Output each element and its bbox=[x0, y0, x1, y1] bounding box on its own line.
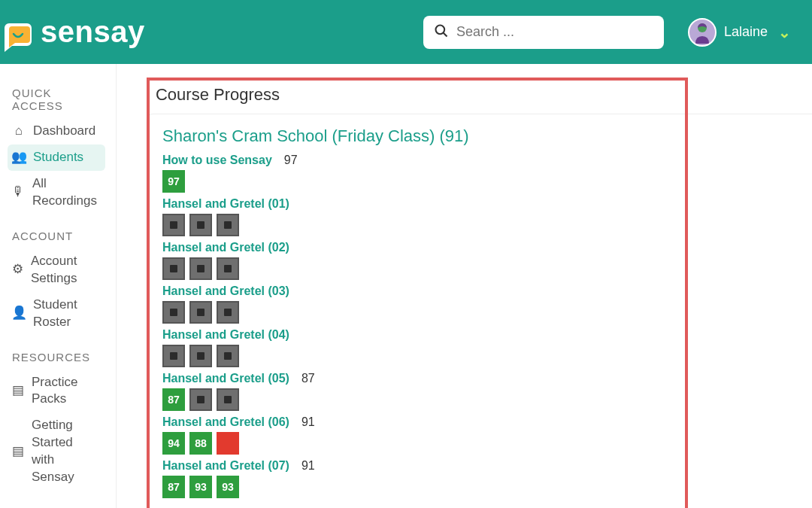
stop-icon bbox=[224, 265, 232, 272]
nav-all-recordings[interactable]: 🎙All Recordings bbox=[8, 171, 105, 214]
nav-label: Getting Started with Sensay bbox=[32, 417, 98, 486]
nav-account-settings[interactable]: ⚙Account Settings bbox=[8, 248, 105, 292]
home-icon: ⌂ bbox=[12, 123, 26, 140]
lesson-row: Hansel and Gretel (07)91879393 bbox=[162, 459, 812, 498]
book-icon: ▤ bbox=[12, 443, 24, 461]
tile-row: 879393 bbox=[162, 476, 812, 498]
nav-students[interactable]: 👥Students bbox=[8, 144, 105, 171]
score-tile-grey[interactable] bbox=[162, 257, 185, 280]
section-title: ACCOUNT bbox=[12, 230, 105, 242]
nav-practice-packs[interactable]: ▤Practice Packs bbox=[8, 370, 105, 413]
lesson-score: 91 bbox=[301, 415, 315, 429]
score-tile-grey[interactable] bbox=[217, 214, 239, 236]
stop-icon bbox=[224, 221, 232, 229]
score-tile-grey[interactable] bbox=[162, 345, 185, 367]
sidebar: QUICK ACCESS⌂Dashboard👥Students🎙All Reco… bbox=[0, 64, 117, 508]
brand-name: sensay bbox=[41, 15, 145, 49]
score-tile-green[interactable]: 97 bbox=[162, 170, 185, 193]
score-tile-green[interactable]: 93 bbox=[217, 476, 239, 498]
score-tile-grey[interactable] bbox=[217, 301, 239, 324]
score-tile-grey[interactable] bbox=[189, 388, 212, 411]
score-tile-grey[interactable] bbox=[189, 214, 212, 236]
nav-label: Dashboard bbox=[33, 123, 95, 140]
lesson-row: Hansel and Gretel (06)919488 bbox=[162, 415, 812, 455]
section-title: RESOURCES bbox=[12, 351, 105, 364]
stop-icon bbox=[170, 352, 177, 360]
nav-dashboard[interactable]: ⌂Dashboard bbox=[8, 118, 105, 144]
book-icon: ▤ bbox=[12, 382, 24, 400]
stop-icon bbox=[197, 265, 205, 272]
top-header: sensay Lalaine ⌄ bbox=[0, 0, 812, 64]
main-content: Course Progress Sharon's Cram School (Fr… bbox=[117, 64, 812, 508]
score-tile-red[interactable] bbox=[217, 432, 239, 455]
search-input[interactable] bbox=[456, 24, 653, 40]
progress-card: Sharon's Cram School (Friday Class) (91)… bbox=[147, 114, 812, 508]
lesson-score: 91 bbox=[301, 459, 315, 473]
tile-row bbox=[162, 301, 812, 324]
stop-icon bbox=[224, 352, 232, 360]
score-tile-green[interactable]: 87 bbox=[162, 476, 185, 498]
score-tile-grey[interactable] bbox=[162, 214, 185, 236]
score-tile-grey[interactable] bbox=[217, 345, 239, 367]
search-box[interactable] bbox=[423, 16, 664, 49]
score-tile-green[interactable]: 87 bbox=[162, 388, 185, 411]
score-tile-grey[interactable] bbox=[189, 257, 212, 280]
nav-student-roster[interactable]: 👤Student Roster bbox=[8, 292, 105, 336]
tile-row: 9488 bbox=[162, 432, 812, 455]
tile-row bbox=[162, 345, 812, 367]
mic-icon: 🎙 bbox=[12, 184, 25, 201]
class-title-link[interactable]: Sharon's Cram School (Friday Class) (91) bbox=[162, 126, 812, 146]
roster-icon: 👤 bbox=[12, 305, 26, 322]
score-tile-grey[interactable] bbox=[217, 388, 239, 411]
lesson-link[interactable]: How to use Sensay bbox=[162, 154, 272, 167]
gear-icon: ⚙ bbox=[12, 261, 23, 278]
stop-icon bbox=[224, 309, 232, 316]
search-icon bbox=[434, 23, 449, 41]
nav-label: Practice Packs bbox=[32, 374, 98, 409]
nav-label: Account Settings bbox=[31, 253, 98, 287]
logo-icon bbox=[0, 19, 36, 55]
lesson-link[interactable]: Hansel and Gretel (07) bbox=[162, 459, 289, 473]
lesson-link[interactable]: Hansel and Gretel (06) bbox=[162, 415, 289, 429]
stop-icon bbox=[170, 309, 177, 316]
lesson-link[interactable]: Hansel and Gretel (04) bbox=[162, 328, 289, 342]
user-name: Lalaine bbox=[724, 24, 768, 40]
avatar bbox=[688, 18, 717, 47]
lesson-row: Hansel and Gretel (02) bbox=[162, 241, 812, 280]
score-tile-green[interactable]: 94 bbox=[162, 432, 185, 455]
nav-label: Student Roster bbox=[33, 297, 98, 331]
lesson-row: Hansel and Gretel (04) bbox=[162, 328, 812, 367]
tile-row: 97 bbox=[162, 170, 812, 193]
stop-icon bbox=[197, 396, 205, 403]
score-tile-grey[interactable] bbox=[162, 301, 185, 324]
svg-point-0 bbox=[435, 25, 444, 34]
score-tile-grey[interactable] bbox=[189, 301, 212, 324]
stop-icon bbox=[197, 309, 205, 316]
lesson-link[interactable]: Hansel and Gretel (05) bbox=[162, 372, 289, 385]
tile-row: 87 bbox=[162, 388, 812, 411]
lesson-score: 87 bbox=[301, 372, 315, 385]
stop-icon bbox=[170, 221, 177, 229]
tile-row bbox=[162, 257, 812, 280]
nav-getting-started[interactable]: ▤Getting Started with Sensay bbox=[8, 412, 105, 491]
score-tile-grey[interactable] bbox=[189, 345, 212, 367]
users-icon: 👥 bbox=[12, 149, 26, 166]
user-menu[interactable]: Lalaine ⌄ bbox=[688, 18, 791, 47]
lesson-link[interactable]: Hansel and Gretel (01) bbox=[162, 197, 289, 211]
lesson-link[interactable]: Hansel and Gretel (03) bbox=[162, 284, 289, 298]
stop-icon bbox=[224, 396, 232, 403]
lesson-link[interactable]: Hansel and Gretel (02) bbox=[162, 241, 289, 254]
stop-icon bbox=[197, 221, 205, 229]
score-tile-green[interactable]: 93 bbox=[189, 476, 212, 498]
tile-row bbox=[162, 214, 812, 236]
nav-label: All Recordings bbox=[32, 175, 98, 210]
nav-label: Students bbox=[33, 149, 83, 166]
lesson-row: Hansel and Gretel (03) bbox=[162, 284, 812, 324]
panel-title: Course Progress bbox=[156, 85, 812, 105]
brand-logo[interactable]: sensay bbox=[3, 10, 145, 55]
section-title: QUICK ACCESS bbox=[12, 87, 105, 112]
lesson-row: How to use Sensay9797 bbox=[162, 154, 812, 193]
score-tile-green[interactable]: 88 bbox=[189, 432, 212, 455]
score-tile-grey[interactable] bbox=[217, 257, 239, 280]
svg-line-1 bbox=[443, 32, 447, 36]
